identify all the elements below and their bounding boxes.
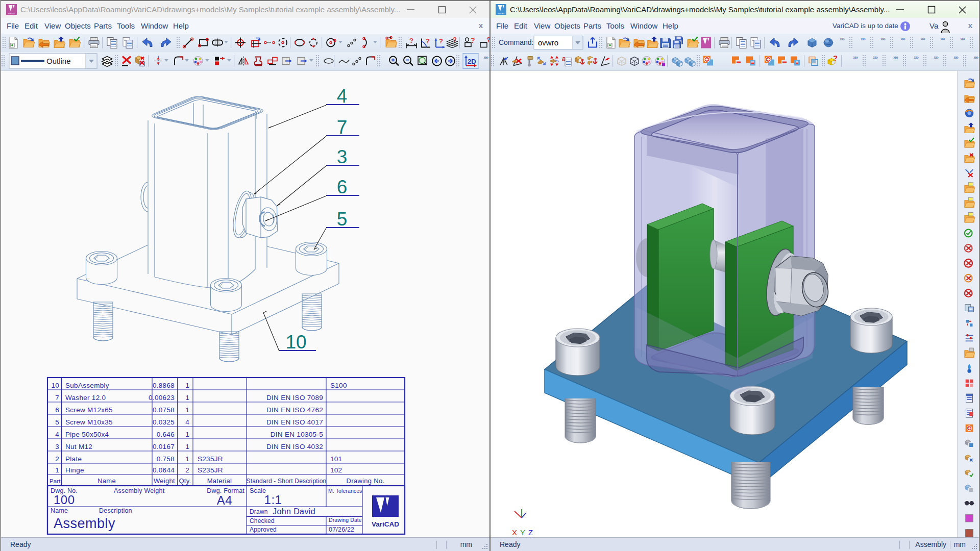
svg-text:0.0325: 0.0325 (153, 418, 175, 426)
svg-text:4: 4 (55, 431, 59, 438)
svg-text:»»: »» (880, 36, 886, 42)
svg-text:3: 3 (55, 443, 59, 450)
svg-text:»»: »» (893, 54, 898, 60)
svg-text:07/26/22: 07/26/22 (329, 526, 354, 533)
svg-text:SubAssembly: SubAssembly (65, 382, 109, 389)
svg-text:102: 102 (330, 466, 342, 474)
svg-text:3: 3 (337, 146, 348, 167)
svg-text:0.0644: 0.0644 (153, 466, 175, 474)
svg-text:0.758: 0.758 (157, 455, 175, 463)
svg-text:Y: Y (520, 528, 525, 537)
svg-text:DIN EN ISO 7089: DIN EN ISO 7089 (266, 394, 323, 402)
svg-text:Drawing Date: Drawing Date (329, 517, 362, 523)
svg-text:0.8868: 0.8868 (153, 382, 175, 389)
svg-text:»»: »» (934, 54, 939, 60)
svg-text:?: ? (409, 37, 413, 44)
svg-text:DIN EN ISO 4017: DIN EN ISO 4017 (266, 418, 323, 426)
svg-text:?: ? (439, 37, 443, 45)
svg-text:»»: »» (840, 36, 845, 42)
svg-text:ovwro: ovwro (538, 38, 558, 47)
svg-text:»»: »» (940, 36, 945, 42)
svg-text:VariCAD: VariCAD (498, 13, 505, 15)
svg-text:Checked: Checked (250, 517, 275, 524)
svg-text:10: 10 (285, 332, 306, 353)
svg-text:6: 6 (337, 177, 348, 197)
svg-text:Qty.: Qty. (179, 477, 191, 485)
svg-text:Screw M12x65: Screw M12x65 (65, 406, 113, 414)
svg-text:0.0167: 0.0167 (153, 443, 175, 450)
svg-text:7: 7 (337, 117, 348, 138)
svg-text:?: ? (426, 37, 430, 45)
svg-text:»»: »» (973, 54, 978, 60)
svg-text:»»: »» (914, 54, 919, 60)
svg-text:Nut M12: Nut M12 (65, 443, 92, 450)
svg-text:John David: John David (273, 507, 315, 516)
svg-text:1: 1 (55, 466, 59, 474)
svg-text:»»: »» (900, 36, 905, 42)
svg-text:S235JR: S235JR (198, 466, 223, 474)
svg-text:1: 1 (185, 443, 189, 450)
svg-text:0.00623: 0.00623 (149, 394, 175, 402)
svg-text:Drawing No.: Drawing No. (347, 477, 385, 485)
svg-text:Assembly Weight: Assembly Weight (114, 487, 165, 494)
svg-text:Z: Z (528, 528, 533, 537)
svg-text:?: ? (453, 36, 457, 43)
svg-text:VariCAD: VariCAD (8, 13, 15, 15)
svg-text:Material: Material (207, 477, 232, 485)
svg-text:4: 4 (185, 418, 189, 426)
svg-text:7: 7 (55, 394, 59, 402)
svg-text:2D: 2D (468, 58, 476, 65)
svg-text:DIN EN 10305-5: DIN EN 10305-5 (271, 431, 323, 438)
svg-text:Command:: Command: (499, 38, 533, 46)
svg-text:Screw M10x35: Screw M10x35 (65, 418, 113, 426)
svg-text:»»: »» (920, 36, 925, 42)
svg-text:Hinge: Hinge (65, 466, 84, 474)
svg-text:?: ? (471, 36, 475, 44)
svg-text:100: 100 (54, 493, 75, 507)
svg-text:Description: Description (99, 507, 132, 514)
svg-text:?: ? (833, 54, 838, 62)
svg-text:Pipe 50x50x4: Pipe 50x50x4 (65, 431, 109, 438)
svg-text:S100: S100 (330, 382, 347, 389)
svg-text:1:1: 1:1 (264, 493, 282, 507)
svg-text:»»: »» (960, 36, 965, 42)
svg-text:0.646: 0.646 (157, 431, 175, 438)
svg-text:Drawn: Drawn (250, 508, 268, 515)
svg-text:5: 5 (337, 209, 348, 230)
svg-text:Scale: Scale (250, 487, 266, 494)
svg-text:»»: »» (873, 54, 878, 60)
svg-text:Standard - Short Description: Standard - Short Description (246, 478, 326, 485)
svg-text:»»: »» (861, 36, 866, 42)
svg-text:1: 1 (185, 406, 189, 414)
svg-text:1: 1 (185, 382, 189, 389)
svg-text:VariCAD: VariCAD (372, 520, 399, 528)
svg-text:Name: Name (51, 507, 68, 514)
svg-text:Name: Name (97, 477, 116, 485)
svg-text:4: 4 (337, 86, 348, 107)
svg-text:2: 2 (55, 455, 59, 463)
svg-text:Plate: Plate (65, 455, 82, 463)
svg-text:Washer 12.0: Washer 12.0 (65, 394, 106, 402)
svg-text:»»: »» (853, 54, 858, 60)
svg-text:»»: »» (953, 54, 959, 60)
svg-text:Approved: Approved (250, 526, 277, 533)
svg-text:1: 1 (185, 394, 189, 402)
svg-text:101: 101 (330, 455, 342, 463)
svg-text:Weight: Weight (154, 477, 175, 485)
svg-text:6: 6 (55, 406, 59, 414)
svg-text:X: X (512, 528, 517, 537)
svg-text:1: 1 (185, 431, 189, 438)
svg-text:Part: Part (50, 478, 61, 484)
svg-text:0.0758: 0.0758 (153, 406, 175, 414)
svg-text:Outline: Outline (46, 57, 71, 65)
svg-text:A4: A4 (217, 493, 232, 507)
svg-text:Assembly: Assembly (54, 516, 115, 531)
svg-text:10: 10 (51, 382, 59, 389)
svg-text:DIN EN ISO 4032: DIN EN ISO 4032 (266, 443, 323, 450)
svg-text:2: 2 (185, 466, 189, 474)
svg-text:S235JR: S235JR (198, 455, 223, 463)
svg-text:M. Tolerances: M. Tolerances (328, 488, 362, 494)
svg-text:DIN EN ISO 4762: DIN EN ISO 4762 (266, 406, 323, 414)
svg-text:1: 1 (185, 455, 189, 463)
svg-text:»»: »» (483, 54, 488, 60)
